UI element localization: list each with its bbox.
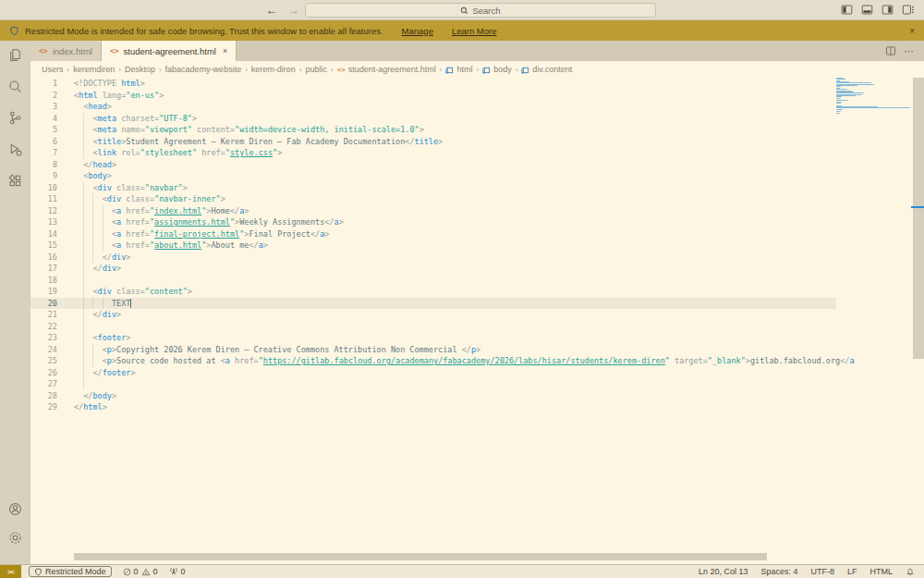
code-line-1[interactable]: 1<!DOCTYPE html> xyxy=(30,78,836,90)
line-number[interactable]: 24 xyxy=(30,344,57,356)
ports-status[interactable]: 0 xyxy=(169,567,186,576)
line-number[interactable]: 6 xyxy=(30,136,57,148)
search-sidebar-icon[interactable] xyxy=(7,79,23,94)
line-number[interactable]: 1 xyxy=(30,78,57,90)
code-line-6[interactable]: 6 <title>Student Agreement – Kerem Diren… xyxy=(30,136,836,148)
code-line-9[interactable]: 9 <body> xyxy=(30,170,836,182)
line-number[interactable]: 9 xyxy=(30,170,57,182)
line-number[interactable]: 16 xyxy=(30,252,57,264)
remote-indicator[interactable]: >< xyxy=(0,565,21,578)
banner-close-icon[interactable]: × xyxy=(909,26,915,36)
extensions-icon[interactable] xyxy=(7,173,23,189)
encoding-status[interactable]: UTF-8 xyxy=(810,567,834,576)
code-line-28[interactable]: 28 </body> xyxy=(30,390,836,402)
code-line-23[interactable]: 23 <footer> xyxy=(30,332,836,344)
problems-status[interactable]: 0 0 xyxy=(123,567,158,576)
restricted-mode-status[interactable]: Restricted Mode xyxy=(29,566,112,577)
line-number[interactable]: 23 xyxy=(30,332,57,344)
code-line-3[interactable]: 3 <head> xyxy=(30,101,836,113)
code-line-10[interactable]: 10 <div class="navbar"> xyxy=(30,182,836,194)
run-debug-icon[interactable] xyxy=(7,141,23,157)
line-number[interactable]: 4 xyxy=(30,113,57,125)
code-line-12[interactable]: 12 <a href="index.html">Home</a> xyxy=(30,205,836,217)
code-line-17[interactable]: 17 </div> xyxy=(30,263,836,275)
notifications-bell-icon[interactable] xyxy=(906,567,915,576)
code-editor[interactable]: 1<!DOCTYPE html>2<html lang="en-us">3 <h… xyxy=(30,78,924,564)
breadcrumb-item-Desktop[interactable]: Desktop xyxy=(125,65,155,74)
line-number[interactable]: 27 xyxy=(30,378,57,390)
indentation-status[interactable]: Spaces: 4 xyxy=(760,567,797,576)
line-number[interactable]: 12 xyxy=(30,205,57,217)
code-line-24[interactable]: 24 <p>Copyright 2026 Kerem Diren – Creat… xyxy=(30,344,836,356)
code-line-27[interactable]: 27 xyxy=(30,378,836,390)
code-line-22[interactable]: 22 xyxy=(30,321,836,333)
line-number[interactable]: 10 xyxy=(30,182,57,194)
tab-index.html[interactable]: <>index.html xyxy=(30,41,102,61)
code-line-7[interactable]: 7 <link rel="stylesheet" href="style.css… xyxy=(30,147,836,159)
more-actions-icon[interactable]: ⋯ xyxy=(904,45,915,57)
breadcrumb-item-kerem-diren[interactable]: kerem-diren xyxy=(251,65,296,74)
code-line-16[interactable]: 16 </div> xyxy=(30,252,836,264)
account-icon[interactable] xyxy=(7,501,23,517)
line-number[interactable]: 3 xyxy=(30,101,57,113)
line-number[interactable]: 20 xyxy=(30,298,57,310)
back-arrow-icon[interactable]: ← xyxy=(266,4,277,17)
code-line-2[interactable]: 2<html lang="en-us"> xyxy=(30,90,836,102)
source-control-icon[interactable] xyxy=(7,110,23,126)
line-number[interactable]: 29 xyxy=(30,401,57,413)
code-line-20[interactable]: 20 TEXT xyxy=(30,298,836,310)
breadcrumb-item-fabacademy-website[interactable]: fabacademy-website xyxy=(165,65,242,74)
code-line-25[interactable]: 25 <p>Source code hosted at <a href="htt… xyxy=(30,355,836,367)
search-input[interactable]: Search xyxy=(305,3,656,18)
line-number[interactable]: 11 xyxy=(30,193,57,205)
code-line-26[interactable]: 26 </footer> xyxy=(30,367,836,379)
horizontal-scrollbar[interactable] xyxy=(74,553,767,560)
tab-close-icon[interactable]: × xyxy=(223,46,227,55)
code-line-4[interactable]: 4 <meta charset="UTF-8"> xyxy=(30,113,836,125)
code-line-14[interactable]: 14 <a href="final-project.html">Final Pr… xyxy=(30,228,836,240)
eol-status[interactable]: LF xyxy=(847,567,857,576)
code-line-8[interactable]: 8 </head> xyxy=(30,159,836,171)
toggle-panel-icon[interactable] xyxy=(861,4,873,16)
line-number[interactable]: 22 xyxy=(30,321,57,333)
code-line-5[interactable]: 5 <meta name="viewport" content="width=d… xyxy=(30,124,836,136)
line-number[interactable]: 2 xyxy=(30,90,57,102)
breadcrumb-symbol-div.content[interactable]: div.content xyxy=(521,65,572,74)
code-line-15[interactable]: 15 <a href="about.html">About me</a> xyxy=(30,240,836,252)
line-number[interactable]: 19 xyxy=(30,286,57,298)
code-line-29[interactable]: 29</html> xyxy=(30,401,836,413)
line-number[interactable]: 21 xyxy=(30,309,57,321)
line-number[interactable]: 5 xyxy=(30,124,57,136)
split-editor-icon[interactable] xyxy=(885,45,896,56)
customize-layout-icon[interactable] xyxy=(902,4,915,16)
breadcrumb-item-keremdiren[interactable]: keremdiren xyxy=(73,65,115,74)
breadcrumb-item-public[interactable]: public xyxy=(306,65,328,74)
toggle-sidebar-left-icon[interactable] xyxy=(841,4,853,16)
forward-arrow-icon[interactable]: → xyxy=(288,4,299,17)
cursor-position-status[interactable]: Ln 20, Col 13 xyxy=(699,567,748,576)
minimap[interactable] xyxy=(836,78,913,564)
line-number[interactable]: 8 xyxy=(30,159,57,171)
learn-more-link[interactable]: Learn More xyxy=(452,26,497,36)
breadcrumb-file[interactable]: <>student-agreement.html xyxy=(337,65,436,74)
breadcrumb-symbol-body[interactable]: body xyxy=(482,65,512,74)
toggle-sidebar-right-icon[interactable] xyxy=(881,4,894,16)
line-number[interactable]: 18 xyxy=(30,275,57,287)
code-line-11[interactable]: 11 <div class="navbar-inner"> xyxy=(30,193,836,205)
tab-student-agreement.html[interactable]: <>student-agreement.html× xyxy=(102,41,237,61)
line-number[interactable]: 28 xyxy=(30,390,57,402)
line-number[interactable]: 7 xyxy=(30,147,57,159)
line-number[interactable]: 15 xyxy=(30,240,57,252)
breadcrumb-item-Users[interactable]: Users xyxy=(42,65,64,74)
line-number[interactable]: 25 xyxy=(30,355,57,367)
line-number[interactable]: 14 xyxy=(30,228,57,240)
explorer-icon[interactable] xyxy=(7,47,23,63)
line-number[interactable]: 17 xyxy=(30,263,57,275)
code-line-13[interactable]: 13 <a href="assignments.html">Weekly Ass… xyxy=(30,216,836,228)
code-line-18[interactable]: 18 xyxy=(30,275,836,287)
breadcrumb-symbol-html[interactable]: html xyxy=(445,65,472,74)
vertical-scrollbar[interactable] xyxy=(913,78,924,359)
code-line-19[interactable]: 19 <div class="content"> xyxy=(30,286,836,298)
settings-gear-icon[interactable] xyxy=(7,530,23,546)
line-number[interactable]: 13 xyxy=(30,216,57,228)
